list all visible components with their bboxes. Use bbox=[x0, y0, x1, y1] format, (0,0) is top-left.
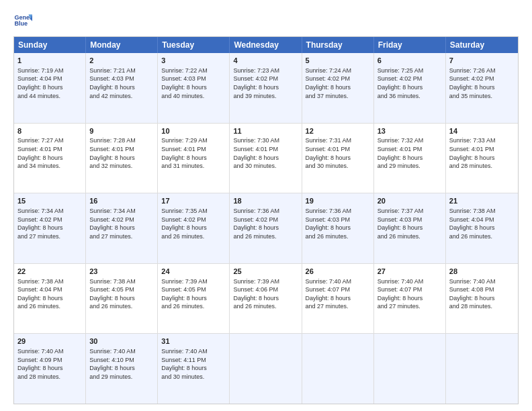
day-number: 11 bbox=[233, 126, 298, 136]
day-cell-17: 17Sunrise: 7:35 AMSunset: 4:02 PMDayligh… bbox=[158, 193, 230, 263]
logo: General Blue bbox=[13, 11, 32, 30]
day-number: 10 bbox=[161, 126, 226, 136]
day-number: 6 bbox=[378, 56, 442, 66]
day-cell-9: 9Sunrise: 7:28 AMSunset: 4:01 PMDaylight… bbox=[86, 124, 158, 193]
empty-cell bbox=[230, 334, 302, 404]
header-cell-monday: Monday bbox=[86, 37, 158, 53]
day-cell-1: 1Sunrise: 7:19 AMSunset: 4:04 PMDaylight… bbox=[14, 53, 86, 123]
day-info: Sunrise: 7:21 AMSunset: 4:03 PMDaylight:… bbox=[89, 66, 154, 100]
day-info: Sunrise: 7:28 AMSunset: 4:01 PMDaylight:… bbox=[89, 136, 154, 170]
day-cell-7: 7Sunrise: 7:26 AMSunset: 4:02 PMDaylight… bbox=[446, 53, 518, 123]
day-cell-8: 8Sunrise: 7:27 AMSunset: 4:01 PMDaylight… bbox=[14, 124, 86, 193]
header-cell-saturday: Saturday bbox=[446, 37, 518, 53]
day-info: Sunrise: 7:40 AMSunset: 4:10 PMDaylight:… bbox=[89, 347, 154, 381]
day-number: 29 bbox=[17, 336, 82, 347]
day-cell-27: 27Sunrise: 7:40 AMSunset: 4:07 PMDayligh… bbox=[374, 264, 446, 334]
day-info: Sunrise: 7:40 AMSunset: 4:09 PMDaylight:… bbox=[17, 347, 82, 381]
day-info: Sunrise: 7:23 AMSunset: 4:02 PMDaylight:… bbox=[233, 66, 298, 100]
day-cell-28: 28Sunrise: 7:40 AMSunset: 4:08 PMDayligh… bbox=[446, 264, 518, 334]
day-info: Sunrise: 7:29 AMSunset: 4:01 PMDaylight:… bbox=[161, 136, 226, 170]
day-cell-4: 4Sunrise: 7:23 AMSunset: 4:02 PMDaylight… bbox=[230, 53, 302, 123]
day-info: Sunrise: 7:31 AMSunset: 4:01 PMDaylight:… bbox=[306, 136, 370, 170]
day-info: Sunrise: 7:22 AMSunset: 4:03 PMDaylight:… bbox=[161, 66, 226, 100]
day-cell-15: 15Sunrise: 7:34 AMSunset: 4:02 PMDayligh… bbox=[14, 193, 86, 263]
calendar-body: 1Sunrise: 7:19 AMSunset: 4:04 PMDaylight… bbox=[14, 53, 518, 404]
day-number: 31 bbox=[161, 336, 226, 347]
day-info: Sunrise: 7:33 AMSunset: 4:01 PMDaylight:… bbox=[449, 136, 515, 170]
svg-text:Blue: Blue bbox=[14, 20, 28, 27]
day-cell-5: 5Sunrise: 7:24 AMSunset: 4:02 PMDaylight… bbox=[302, 53, 374, 123]
day-info: Sunrise: 7:30 AMSunset: 4:01 PMDaylight:… bbox=[233, 136, 298, 170]
day-number: 20 bbox=[378, 196, 442, 206]
calendar-row-3: 15Sunrise: 7:34 AMSunset: 4:02 PMDayligh… bbox=[14, 193, 518, 264]
day-number: 5 bbox=[306, 56, 370, 66]
empty-cell bbox=[446, 334, 518, 404]
day-info: Sunrise: 7:36 AMSunset: 4:02 PMDaylight:… bbox=[233, 207, 298, 240]
day-number: 22 bbox=[17, 267, 82, 277]
logo-icon: General Blue bbox=[13, 11, 32, 30]
day-cell-16: 16Sunrise: 7:34 AMSunset: 4:02 PMDayligh… bbox=[86, 193, 158, 263]
calendar-header-row: SundayMondayTuesdayWednesdayThursdayFrid… bbox=[14, 37, 518, 53]
day-number: 15 bbox=[17, 196, 82, 206]
day-number: 8 bbox=[17, 126, 82, 136]
day-cell-14: 14Sunrise: 7:33 AMSunset: 4:01 PMDayligh… bbox=[446, 124, 518, 193]
day-cell-10: 10Sunrise: 7:29 AMSunset: 4:01 PMDayligh… bbox=[158, 124, 230, 193]
day-cell-2: 2Sunrise: 7:21 AMSunset: 4:03 PMDaylight… bbox=[86, 53, 158, 123]
day-info: Sunrise: 7:38 AMSunset: 4:04 PMDaylight:… bbox=[17, 277, 82, 311]
day-info: Sunrise: 7:40 AMSunset: 4:07 PMDaylight:… bbox=[306, 277, 370, 311]
day-info: Sunrise: 7:34 AMSunset: 4:02 PMDaylight:… bbox=[17, 207, 82, 240]
day-number: 9 bbox=[89, 126, 154, 136]
day-cell-3: 3Sunrise: 7:22 AMSunset: 4:03 PMDaylight… bbox=[158, 53, 230, 123]
day-number: 25 bbox=[233, 267, 298, 277]
day-info: Sunrise: 7:24 AMSunset: 4:02 PMDaylight:… bbox=[306, 66, 370, 100]
header-cell-tuesday: Tuesday bbox=[158, 37, 230, 53]
day-number: 4 bbox=[233, 56, 298, 66]
day-cell-12: 12Sunrise: 7:31 AMSunset: 4:01 PMDayligh… bbox=[302, 124, 374, 193]
header-cell-sunday: Sunday bbox=[14, 37, 86, 53]
day-cell-20: 20Sunrise: 7:37 AMSunset: 4:03 PMDayligh… bbox=[374, 193, 446, 263]
day-cell-26: 26Sunrise: 7:40 AMSunset: 4:07 PMDayligh… bbox=[302, 264, 374, 334]
day-info: Sunrise: 7:26 AMSunset: 4:02 PMDaylight:… bbox=[449, 66, 515, 100]
day-info: Sunrise: 7:40 AMSunset: 4:08 PMDaylight:… bbox=[449, 277, 515, 311]
day-cell-18: 18Sunrise: 7:36 AMSunset: 4:02 PMDayligh… bbox=[230, 193, 302, 263]
day-number: 30 bbox=[89, 336, 154, 347]
day-cell-25: 25Sunrise: 7:39 AMSunset: 4:06 PMDayligh… bbox=[230, 264, 302, 334]
day-info: Sunrise: 7:34 AMSunset: 4:02 PMDaylight:… bbox=[89, 207, 154, 240]
day-info: Sunrise: 7:40 AMSunset: 4:07 PMDaylight:… bbox=[378, 277, 442, 311]
day-info: Sunrise: 7:35 AMSunset: 4:02 PMDaylight:… bbox=[161, 207, 226, 240]
day-info: Sunrise: 7:37 AMSunset: 4:03 PMDaylight:… bbox=[378, 207, 442, 240]
day-cell-13: 13Sunrise: 7:32 AMSunset: 4:01 PMDayligh… bbox=[374, 124, 446, 193]
header-cell-friday: Friday bbox=[374, 37, 446, 53]
day-number: 18 bbox=[233, 196, 298, 206]
day-number: 26 bbox=[306, 267, 370, 277]
day-number: 23 bbox=[89, 267, 154, 277]
day-info: Sunrise: 7:25 AMSunset: 4:02 PMDaylight:… bbox=[378, 66, 442, 100]
day-number: 13 bbox=[378, 126, 442, 136]
day-number: 24 bbox=[161, 267, 226, 277]
day-number: 7 bbox=[449, 56, 515, 66]
day-number: 12 bbox=[306, 126, 370, 136]
day-number: 21 bbox=[449, 196, 515, 206]
day-cell-23: 23Sunrise: 7:38 AMSunset: 4:05 PMDayligh… bbox=[86, 264, 158, 334]
day-info: Sunrise: 7:39 AMSunset: 4:05 PMDaylight:… bbox=[161, 277, 226, 311]
day-number: 14 bbox=[449, 126, 515, 136]
empty-cell bbox=[374, 334, 446, 404]
day-number: 16 bbox=[89, 196, 154, 206]
day-cell-11: 11Sunrise: 7:30 AMSunset: 4:01 PMDayligh… bbox=[230, 124, 302, 193]
calendar-row-5: 29Sunrise: 7:40 AMSunset: 4:09 PMDayligh… bbox=[14, 334, 518, 404]
day-info: Sunrise: 7:19 AMSunset: 4:04 PMDaylight:… bbox=[17, 66, 82, 100]
day-number: 1 bbox=[17, 56, 82, 66]
day-number: 27 bbox=[378, 267, 442, 277]
day-info: Sunrise: 7:32 AMSunset: 4:01 PMDaylight:… bbox=[378, 136, 442, 170]
day-number: 28 bbox=[449, 267, 515, 277]
header: General Blue bbox=[13, 11, 519, 30]
day-cell-30: 30Sunrise: 7:40 AMSunset: 4:10 PMDayligh… bbox=[86, 334, 158, 404]
day-cell-29: 29Sunrise: 7:40 AMSunset: 4:09 PMDayligh… bbox=[14, 334, 86, 404]
day-info: Sunrise: 7:38 AMSunset: 4:05 PMDaylight:… bbox=[89, 277, 154, 311]
day-cell-21: 21Sunrise: 7:38 AMSunset: 4:04 PMDayligh… bbox=[446, 193, 518, 263]
day-number: 19 bbox=[306, 196, 370, 206]
calendar-row-4: 22Sunrise: 7:38 AMSunset: 4:04 PMDayligh… bbox=[14, 264, 518, 334]
header-cell-wednesday: Wednesday bbox=[230, 37, 302, 53]
day-info: Sunrise: 7:36 AMSunset: 4:03 PMDaylight:… bbox=[306, 207, 370, 240]
day-cell-19: 19Sunrise: 7:36 AMSunset: 4:03 PMDayligh… bbox=[302, 193, 374, 263]
